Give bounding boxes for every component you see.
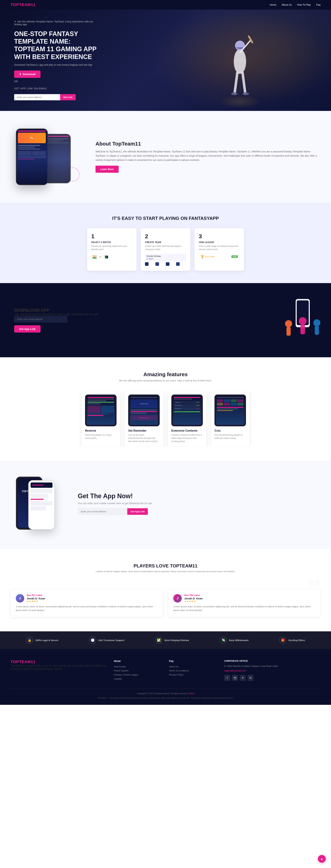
hero-content: ✦ Join the ultimate Template Name: TopTe… [14, 20, 99, 100]
testimonials-subtitle: Labore et dolore magna aliqua. Quis ipsu… [10, 570, 321, 573]
trust-label-3: Easy Withdrawals [229, 639, 248, 642]
footer-link-about[interactable]: About Us [169, 665, 217, 668]
step-3-number: 3 [199, 233, 240, 240]
feature-title-3: Crec [215, 429, 246, 432]
feature-desc-2: Choose a desired contest from a wide ran… [171, 433, 203, 443]
svg-point-15 [299, 317, 307, 325]
features-grid: Reverse Performing player in a stasy sco… [7, 391, 324, 446]
feature-card-1: Match Alert Reminder Set Set Reminder Li… [125, 391, 163, 446]
feature-desc-1: Line up all match announcements and get … [128, 433, 160, 443]
footer-link-terms[interactable]: Terms & Conditions [169, 669, 217, 672]
social-twitter[interactable]: ✕ [240, 675, 246, 681]
feature-phone-3 [215, 395, 246, 426]
download-content: DOWNLOAD APP You can enter your email ad… [14, 308, 99, 333]
step-1-title: SELECT A MATCH [91, 241, 132, 244]
step-2-card: 2 CREATE TEAM Create your team with the … [141, 228, 190, 271]
about-section: IPL [0, 111, 331, 203]
social-instagram[interactable]: 📷 [232, 675, 238, 681]
footer-link-points-system[interactable]: Points System [114, 669, 162, 672]
trust-icon-1: 🕐 [89, 637, 96, 644]
footer-corporate-col: CORPORATE OFFICE 8, Hotel Marathi Comple… [224, 660, 321, 682]
features-section: Amazing features We are offering some am… [0, 357, 331, 461]
testimonial-0-won: Won ₹21 Lakhs [27, 594, 45, 596]
footer-link-how-to-play[interactable]: How to play [114, 665, 162, 668]
nav-how-to-play[interactable]: How To Play [297, 3, 311, 6]
hero-section: ✦ Join the ultimate Template Name: TopTe… [0, 9, 331, 111]
footer-top: TOPTEAM11 TopTeam11 enables the users to… [10, 660, 321, 682]
nav-about[interactable]: About Us [282, 3, 292, 6]
svg-point-0 [219, 93, 261, 107]
footer-copyright: Copyright © 2024 Company Name. All right… [137, 692, 188, 695]
trust-label-2: Strict Fairplay Policies [164, 639, 189, 642]
features-subtitle: We are offering some amazing features to… [7, 379, 324, 382]
footer-corporate-title: CORPORATE OFFICE [224, 660, 321, 662]
steps-grid: 1 SELECT A MATCH Choose an upcoming matc… [10, 228, 321, 271]
step-2-desc: Create your team with the best players u… [145, 245, 186, 251]
get-app-section: TOPTEAM11 Get The App Now! You can enter… [0, 461, 331, 549]
step-3-league: 🏆 Rs. 5 Crore FREE [199, 254, 240, 259]
get-app-phones: TOPTEAM11 [10, 475, 67, 535]
testimonials-nav: ← → [10, 580, 321, 585]
about-description: Welcome to TopTeam11, the ultimate desti… [95, 150, 321, 162]
download-button[interactable]: ⬇ Download [14, 70, 40, 78]
hero-get-link-button[interactable]: Get Link [60, 94, 76, 100]
testimonial-1-name: Jonah D. Kean [184, 597, 203, 600]
footer-policy-link[interactable]: Policy [189, 692, 194, 695]
learn-more-button[interactable]: Learn More [95, 166, 119, 173]
testimonial-card-1: J Won ₹58 Lakhs Jonah D. Kean ★★★★★ 'Lor… [168, 589, 321, 617]
step-3-desc: From a wide range of contests choose the… [199, 245, 240, 251]
nav-links: Home About Us How To Play Faq [270, 3, 321, 6]
testimonial-prev-button[interactable]: ← [308, 580, 313, 585]
feature-card-2: League A FREE ₹100 Entry ₹5Cr ₹25 Entry … [168, 391, 206, 446]
social-facebook[interactable]: f [224, 675, 230, 681]
get-app-email-input[interactable] [78, 508, 127, 515]
footer-nav-col: Home How to play Points System Fantasy C… [114, 660, 162, 682]
testimonial-0-avatar: J [16, 594, 24, 602]
nav-faq[interactable]: Faq [316, 3, 321, 6]
phone-main: IPL [16, 129, 48, 185]
trust-icon-2: ✅ [155, 637, 162, 644]
hero-email-input[interactable] [14, 94, 60, 100]
easy-steps-title: IT'S EASY TO START PLAYING ON FANTASYAPP [10, 216, 321, 221]
social-linkedin[interactable]: in [248, 675, 253, 681]
footer-link-legality[interactable]: Legality [114, 677, 162, 680]
download-title: DOWNLOAD APP [14, 308, 99, 313]
nav-home[interactable]: Home [270, 3, 276, 6]
testimonials-section: PLAYERS LOVE TOPTEAM11 Labore et dolore … [0, 549, 331, 631]
get-app-link-button-1[interactable]: Get App Link [14, 325, 40, 333]
testimonial-1-header: J Won ₹58 Lakhs Jonah D. Kean ★★★★★ [173, 594, 315, 603]
footer-link-fantasy-cricket[interactable]: Fantasy Cricket League [114, 673, 162, 676]
about-phones: IPL [10, 125, 85, 189]
footer-brand-col: TOPTEAM11 TopTeam11 enables the users to… [10, 660, 107, 682]
testimonial-0-stars: ★★★★★ [27, 600, 45, 603]
league-badge: 🏆 Rs. 5 Crore FREE [199, 254, 240, 259]
download-email-input[interactable] [14, 316, 67, 322]
feature-card-3: Crec Pick top-performing players to buil… [211, 391, 250, 446]
step-1-icons: 🇮🇳 VS 🇵🇰 [91, 254, 132, 260]
hero-image [149, 9, 331, 111]
trust-item-1: 🕐 24x7 Customer Support [89, 637, 124, 644]
download-icon: ⬇ [19, 72, 21, 76]
flag-india: 🇮🇳 [91, 254, 98, 260]
trust-item-0: 🔒 100% Legal & Secure [26, 637, 58, 644]
testimonial-next-button[interactable]: → [315, 580, 321, 585]
trust-label-1: 24x7 Customer Support [98, 639, 124, 642]
svg-rect-16 [300, 324, 305, 334]
feature-phone-0 [85, 395, 116, 426]
trust-item-4: 🎁 Exciting Offers [279, 637, 305, 644]
testimonial-0-text: 'Lorem ipsum dolor sit amet, consectetur… [16, 605, 158, 612]
footer-link-privacy[interactable]: Privacy Policy [169, 673, 217, 676]
footer-email: support@example.com [224, 670, 321, 672]
feature-title-0: Reverse [85, 429, 116, 432]
testimonial-1-won: Won ₹58 Lakhs [184, 594, 203, 596]
get-app-link-button-2[interactable]: Get App Link [127, 508, 148, 515]
footer-nav-title: Home [114, 660, 162, 662]
free-badge: FREE [231, 255, 238, 258]
get-app-content: Get The App Now! You can enter your mobi… [78, 492, 153, 517]
navbar: TOPTEAM11 Home About Us How To Play Faq [0, 0, 331, 9]
testimonial-1-avatar: J [173, 594, 182, 602]
svg-point-7 [231, 92, 238, 95]
get-app-email-row: Get App Link [78, 508, 153, 515]
testimonial-1-info: Won ₹58 Lakhs Jonah D. Kean ★★★★★ [184, 594, 203, 603]
feature-desc-0: Performing player in a stasy score point… [85, 433, 116, 440]
